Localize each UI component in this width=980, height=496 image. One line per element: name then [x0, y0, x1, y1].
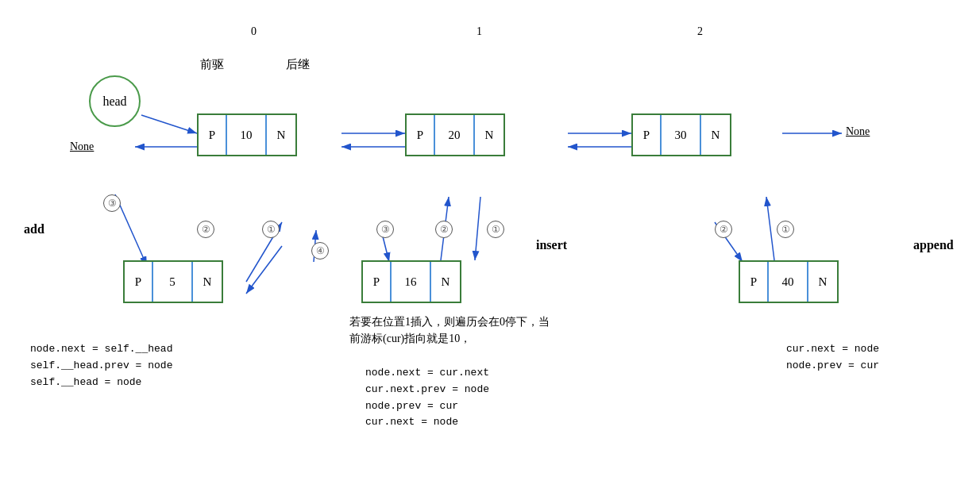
- node1-n: N: [475, 115, 504, 155]
- circle-insert-3: ③: [376, 221, 394, 238]
- node2-n: N: [701, 115, 730, 155]
- append-code-line2: node.prev = cur: [786, 358, 879, 375]
- insert-code-line4: cur.next = node: [365, 414, 489, 431]
- append-code: cur.next = node node.prev = cur: [786, 341, 879, 375]
- nodeappend-n: N: [808, 262, 837, 302]
- insert-code: node.next = cur.next cur.next.prev = nod…: [365, 365, 489, 431]
- nodeappend-p: P: [740, 262, 769, 302]
- node1-val: 20: [435, 115, 475, 155]
- prev-label: 前驱: [200, 57, 224, 72]
- node-2: P 30 N: [631, 113, 731, 156]
- circle-add-4: ④: [311, 242, 329, 260]
- node-append: P 40 N: [739, 260, 839, 303]
- circle-add-3: ③: [103, 194, 121, 212]
- circle-append-2: ②: [715, 221, 732, 238]
- head-circle: head: [89, 75, 141, 127]
- nodeappend-val: 40: [769, 262, 808, 302]
- add-code: node.next = self.__head self.__head.prev…: [30, 341, 172, 390]
- nodeadd-val: 5: [153, 262, 193, 302]
- insert-code-line3: node.prev = cur: [365, 398, 489, 415]
- node-1: P 20 N: [405, 113, 505, 156]
- index-0: 0: [251, 25, 257, 38]
- insert-code-line1: node.next = cur.next: [365, 365, 489, 382]
- add-code-line1: node.next = self.__head: [30, 341, 172, 358]
- add-code-line3: self.__head = node: [30, 375, 172, 391]
- circle-add-2: ②: [197, 221, 214, 238]
- index-2: 2: [697, 25, 703, 38]
- append-code-line1: cur.next = node: [786, 341, 879, 358]
- head-label: head: [102, 94, 126, 109]
- svg-line-15: [475, 197, 480, 260]
- node2-val: 30: [662, 115, 701, 155]
- arrows-svg: [0, 0, 980, 496]
- circle-add-1: ①: [262, 221, 280, 238]
- add-code-line2: self.__head.prev = node: [30, 358, 172, 375]
- node0-val: 10: [227, 115, 267, 155]
- svg-line-2: [141, 115, 197, 133]
- insert-desc: 若要在位置1插入，则遍历会在0停下，当前游标(cur)指向就是10，: [349, 313, 556, 347]
- nodeinsert-n: N: [431, 262, 460, 302]
- circle-insert-2: ②: [435, 221, 453, 238]
- node-insert: P 16 N: [361, 260, 461, 303]
- insert-code-line2: cur.next.prev = node: [365, 382, 489, 398]
- next-label: 后继: [286, 57, 310, 72]
- none-left: None: [70, 140, 94, 153]
- append-label: append: [913, 238, 954, 252]
- node-add: P 5 N: [123, 260, 223, 303]
- svg-line-17: [766, 197, 774, 260]
- nodeadd-n: N: [193, 262, 222, 302]
- node0-p: P: [199, 115, 227, 155]
- index-1: 1: [476, 25, 482, 38]
- node2-p: P: [633, 115, 662, 155]
- nodeinsert-p: P: [363, 262, 392, 302]
- none-right: None: [846, 125, 870, 138]
- node0-n: N: [267, 115, 295, 155]
- nodeadd-p: P: [125, 262, 153, 302]
- add-label: add: [24, 222, 44, 236]
- nodeinsert-val: 16: [392, 262, 431, 302]
- node-0: P 10 N: [197, 113, 297, 156]
- insert-label: insert: [536, 238, 567, 252]
- node1-p: P: [407, 115, 435, 155]
- circle-append-1: ①: [777, 221, 794, 238]
- circle-insert-1: ①: [487, 221, 504, 238]
- svg-line-11: [246, 246, 282, 294]
- diagram: 0 1 2 前驱 后继 head None None P 10 N P 20 N…: [0, 0, 980, 496]
